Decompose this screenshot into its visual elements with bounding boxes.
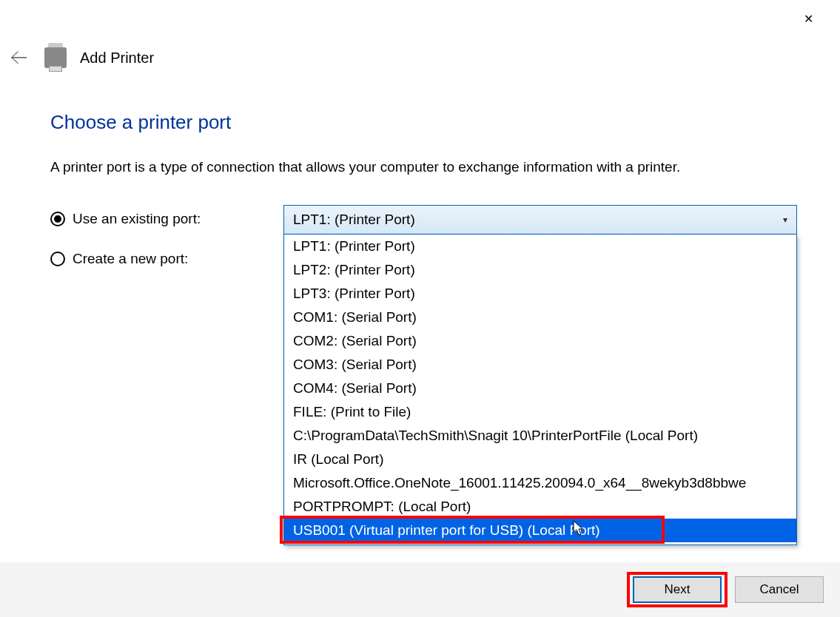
port-option[interactable]: LPT2: (Printer Port) — [284, 258, 796, 282]
port-option[interactable]: COM4: (Serial Port) — [284, 377, 796, 400]
port-option[interactable]: COM1: (Serial Port) — [284, 306, 796, 329]
port-option[interactable]: IR (Local Port) — [284, 448, 796, 471]
radio-icon — [50, 252, 65, 266]
back-button[interactable]: 🡠 — [7, 44, 31, 71]
port-option[interactable]: COM3: (Serial Port) — [284, 353, 796, 377]
port-option[interactable]: USB001 (Virtual printer port for USB) (L… — [284, 519, 796, 542]
chevron-down-icon: ▾ — [783, 215, 787, 225]
radio-create-new-port[interactable]: Create a new port: — [50, 251, 283, 267]
step-heading: Choose a printer port — [50, 111, 810, 134]
port-option[interactable]: C:\ProgramData\TechSmith\Snagit 10\Print… — [284, 424, 796, 448]
radio-use-existing-port[interactable]: Use an existing port: — [50, 211, 283, 227]
radio-label: Use an existing port: — [73, 211, 201, 227]
cancel-button[interactable]: Cancel — [735, 576, 824, 603]
port-option[interactable]: USB002 (Virtual printer port for USB) (L… — [284, 542, 796, 545]
port-option[interactable]: LPT1: (Printer Port) — [284, 235, 796, 258]
port-combobox[interactable]: LPT1: (Printer Port) ▾ LPT1: (Printer Po… — [283, 205, 797, 545]
port-option[interactable]: PORTPROMPT: (Local Port) — [284, 495, 796, 519]
radio-label: Create a new port: — [73, 251, 188, 267]
port-combobox-value: LPT1: (Printer Port) — [293, 212, 415, 228]
printer-icon — [44, 47, 67, 68]
port-option[interactable]: FILE: (Print to File) — [284, 400, 796, 424]
radio-icon — [50, 212, 65, 226]
port-option[interactable]: Microsoft.Office.OneNote_16001.11425.200… — [284, 471, 796, 495]
port-combobox-button[interactable]: LPT1: (Printer Port) ▾ — [283, 205, 797, 235]
close-button[interactable]: ✕ — [791, 7, 825, 30]
port-option[interactable]: LPT3: (Printer Port) — [284, 282, 796, 306]
next-button[interactable]: Next — [633, 576, 722, 603]
wizard-title: Add Printer — [80, 50, 154, 67]
step-description: A printer port is a type of connection t… — [50, 159, 810, 175]
port-option[interactable]: COM2: (Serial Port) — [284, 329, 796, 353]
port-combobox-list[interactable]: LPT1: (Printer Port)LPT2: (Printer Port)… — [283, 235, 797, 545]
